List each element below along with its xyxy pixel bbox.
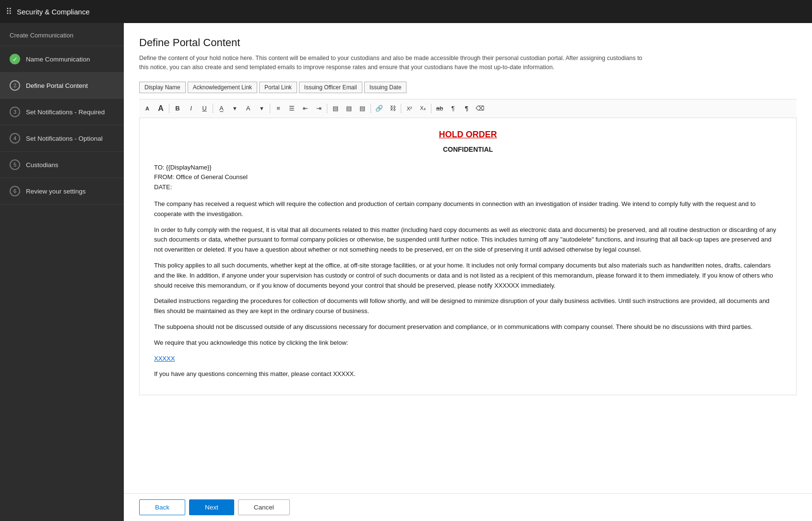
token-issuing-date[interactable]: Issuing Date [364,82,407,93]
token-display-name[interactable]: Display Name [139,82,186,93]
token-portal-link[interactable]: Portal Link [259,82,297,93]
toolbar-bullets[interactable]: ☰ [286,102,298,115]
sidebar-label-review-settings: Review your settings [26,188,86,195]
cancel-button[interactable]: Cancel [238,499,290,515]
step-circle-5: 5 [10,159,20,170]
toolbar-font-color[interactable]: A̲ [215,102,227,115]
sidebar-item-name-communication[interactable]: ✓ Name Communication [0,46,124,73]
toolbar-align-right[interactable]: ▤ [356,102,369,115]
step-circle-3: 3 [10,107,20,117]
token-acknowledgement-link[interactable]: Acknowledgement Link [188,82,257,93]
sidebar-header: Create Communication [0,23,124,46]
topbar: ⠿ Security & Compliance [0,0,812,23]
editor-meta-block: TO: {{DisplayName}} FROM: Office of Gene… [154,163,782,193]
app-title: Security & Compliance [17,8,90,16]
editor-para5: The subpoena should not be discussed out… [154,322,782,332]
step-circle-6: 6 [10,186,20,196]
editor-para1: The company has received a request which… [154,199,782,219]
toolbar-sep-4 [327,104,327,113]
editor-content[interactable]: HOLD ORDER CONFIDENTIAL TO: {{DisplayNam… [139,118,797,396]
app-grid-icon[interactable]: ⠿ [6,6,12,17]
sidebar-label-define-portal-content: Define Portal Content [26,82,88,89]
editor-toolbar: A A B I U A̲ ▾ A ▾ ≡ ☰ ⇤ ⇥ ▤ ▤ ▤ [139,99,797,118]
editor-para6: We require that you acknowledge this not… [154,338,782,348]
token-issuing-officer-email[interactable]: Issuing Officer Email [299,82,362,93]
editor-para7: If you have any questions concerning thi… [154,369,782,379]
toolbar-sep-2 [213,104,213,113]
toolbar-sep-6 [401,104,401,113]
toolbar-subscript[interactable]: X₂ [417,102,429,115]
page-description: Define the content of your hold notice h… [139,54,643,72]
toolbar-italic[interactable]: I [185,102,197,115]
toolbar-sep-5 [370,104,371,113]
sidebar-item-review-settings[interactable]: 6 Review your settings [0,178,124,205]
toolbar-font-size-large[interactable]: A [155,102,167,115]
toolbar-strikethrough[interactable]: ab [433,102,446,115]
toolbar-indent-right[interactable]: ⇥ [312,102,325,115]
toolbar-sep-3 [270,104,270,113]
toolbar-sep-7 [431,104,431,113]
toolbar-font-color-arrow[interactable]: ▾ [228,102,241,115]
toolbar-align-left[interactable]: ▤ [329,102,342,115]
toolbar-unlink[interactable]: ⛓ [386,102,399,115]
toolbar-highlight-arrow[interactable]: ▾ [255,102,268,115]
toolbar-bold[interactable]: B [171,102,184,115]
back-button[interactable]: Back [139,499,185,515]
step-circle-2: 2 [10,80,20,91]
editor-para3: This policy applies to all such document… [154,261,782,291]
toolbar-sep-1 [169,104,169,113]
date-line: DATE: [154,182,782,193]
toolbar-align-center[interactable]: ▤ [343,102,355,115]
acknowledgement-link[interactable]: XXXXX [154,355,175,362]
from-line: FROM: Office of General Counsel [154,172,782,182]
editor-para4: Detailed instructions regarding the proc… [154,296,782,316]
editor-para2: In order to fully comply with the reques… [154,225,782,255]
token-bar: Display Name Acknowledgement Link Portal… [139,82,797,93]
main-layout: Create Communication ✓ Name Communicatio… [0,23,812,521]
toolbar-underline[interactable]: U [198,102,211,115]
sidebar-item-set-notifications-required[interactable]: 3 Set Notifications - Required [0,99,124,125]
main-panel: Define Portal Content Define the content… [124,23,812,521]
toolbar-clear-format[interactable]: ⌫ [474,102,486,115]
toolbar-indent-left[interactable]: ⇤ [299,102,311,115]
next-button[interactable]: Next [189,499,234,515]
toolbar-special2[interactable]: ¶̣ [460,102,473,115]
toolbar-paragraph[interactable]: ≡ [272,102,285,115]
step-circle-4: 4 [10,133,20,144]
sidebar-item-set-notifications-optional[interactable]: 4 Set Notifications - Optional [0,125,124,152]
toolbar-font-size-small[interactable]: A [141,102,154,115]
sidebar-item-define-portal-content[interactable]: 2 Define Portal Content [0,73,124,99]
page-title: Define Portal Content [139,36,797,49]
sidebar-label-set-notifications-optional: Set Notifications - Optional [26,135,103,142]
confidential-heading: CONFIDENTIAL [154,144,782,155]
footer: Back Next Cancel [124,493,812,521]
sidebar-label-custodians: Custodians [26,161,59,169]
step-circle-1: ✓ [10,54,20,64]
sidebar-item-custodians[interactable]: 5 Custodians [0,152,124,178]
main-content-area: Define Portal Content Define the content… [124,23,812,493]
sidebar-label-name-communication: Name Communication [26,56,90,63]
to-line: TO: {{DisplayName}} [154,163,782,173]
toolbar-link[interactable]: 🔗 [373,102,385,115]
toolbar-highlight[interactable]: A [242,102,254,115]
toolbar-superscript[interactable]: X² [403,102,416,115]
toolbar-special1[interactable]: ¶ [447,102,459,115]
sidebar: Create Communication ✓ Name Communicatio… [0,23,124,521]
hold-order-heading: HOLD ORDER [154,128,782,142]
sidebar-label-set-notifications-required: Set Notifications - Required [26,109,105,116]
